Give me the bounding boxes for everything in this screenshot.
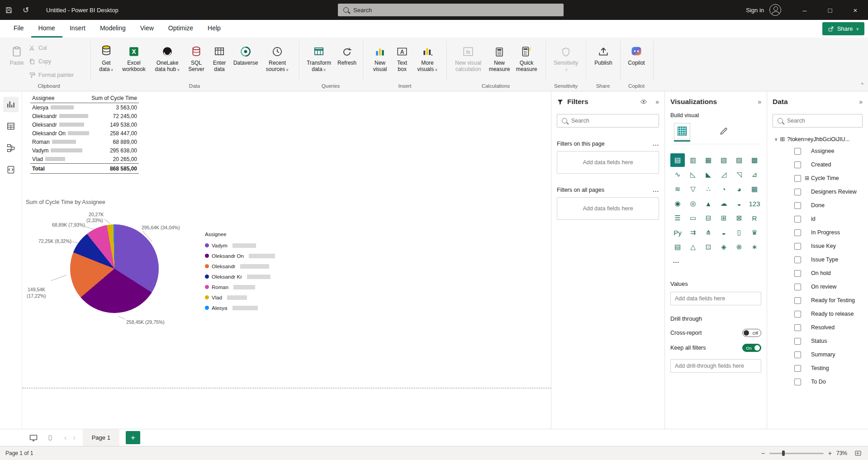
custom-visual-1[interactable]: ◈ [716,240,731,254]
table-row[interactable]: Vadym 295 638,00 [30,146,139,155]
field-checkbox[interactable] [794,202,801,209]
eye-icon[interactable] [640,98,647,105]
field-row[interactable]: Ready for Testing [773,294,863,307]
pie-chart[interactable]: ◔ [716,182,731,196]
field-row[interactable]: Done [773,199,863,212]
drill-through-field-well[interactable]: Add drill-through fields here [670,359,761,373]
field-row[interactable]: To Do [773,375,863,389]
dataset-tree-root[interactable]: ∨ ⊞ ?token=eyJhbGciOiJIU... [773,136,863,142]
pie-chart-visual[interactable]: Sum of Cycle Time by Assignee 20,27K (2,… [25,198,287,393]
table-row[interactable]: Oleksandr 149 538,00 [30,120,139,129]
r-script-visual[interactable]: R [747,211,762,225]
field-checkbox[interactable] [794,338,801,345]
table-row[interactable]: Oleksandr On 258 447,00 [30,129,139,138]
fit-to-page-icon[interactable] [854,450,862,457]
azure-map[interactable]: ☁ [716,197,731,210]
power-apps[interactable]: △ [686,240,700,254]
more-visuals-button[interactable]: More visuals∨ [415,41,440,73]
more-options-icon[interactable]: ... [653,140,659,147]
waterfall-chart[interactable]: ≋ [670,182,685,196]
table-row[interactable]: Vlad 20 265,00 [30,155,139,163]
custom-visual-3[interactable]: ∗ [747,240,762,254]
field-row[interactable]: Status [773,334,863,348]
multi-row-card[interactable]: ☰ [670,211,685,225]
dax-query-view-button[interactable] [3,162,19,177]
menu-item[interactable]: Home [31,20,62,38]
report-canvas[interactable]: Assignee Sum of Cycle Time Alesya 3 563,… [22,91,551,429]
slicer[interactable]: ⊟ [701,211,716,225]
legend-item[interactable]: Roman [205,282,275,292]
field-checkbox[interactable] [794,161,801,168]
field-row[interactable]: Issue Type [773,253,863,266]
format-visual-mode-button[interactable] [716,123,732,139]
close-button[interactable]: × [843,0,868,20]
collapse-pane-icon[interactable]: » [859,98,863,105]
publish-button[interactable]: Publish [592,41,615,66]
100-stacked-bar-chart[interactable]: ▨ [732,153,746,167]
clustered-bar-chart[interactable]: ▦ [701,153,716,167]
collapse-pane-icon[interactable]: » [758,98,761,105]
field-checkbox[interactable] [794,270,801,277]
clustered-column-chart[interactable]: ▧ [716,153,731,167]
python-visual[interactable]: Py [670,226,685,239]
metrics[interactable]: ♛ [747,226,762,239]
menu-item[interactable]: Help [200,20,228,38]
sign-in-button[interactable]: Sign in [746,7,764,14]
new-page-button[interactable]: + [126,431,140,444]
field-row[interactable]: id [773,212,863,226]
maximize-button[interactable]: □ [817,0,843,20]
donut-chart[interactable]: ◕ [732,182,746,196]
onelake-data-hub-button[interactable]: OneLake data hub∨ [150,41,185,73]
enter-data-button[interactable]: Enter data [209,41,230,72]
field-checkbox[interactable] [794,175,801,182]
cross-report-toggle[interactable]: Off [742,329,761,337]
quick-measure-button[interactable]: Quick measure [514,41,539,72]
new-measure-button[interactable]: New measure [486,41,512,72]
treemap[interactable]: ▦ [747,182,762,196]
smart-narrative[interactable]: ▯ [732,226,746,239]
pie-chart[interactable] [70,224,159,313]
filled-map[interactable]: ◎ [686,197,700,210]
collapse-pane-icon[interactable]: » [655,98,659,105]
refresh-button[interactable]: Refresh [335,41,359,66]
zoom-out-button[interactable]: − [761,450,765,457]
mobile-layout-button[interactable] [47,435,53,441]
gauge[interactable]: ◒ [732,197,746,210]
menu-item[interactable]: View [133,20,161,38]
report-view-button[interactable] [3,97,19,112]
field-row[interactable]: ⊞ Cycle Time [773,171,863,185]
more-options-icon[interactable]: ... [653,186,659,193]
values-field-well[interactable]: Add data fields here [670,292,761,305]
collapse-ribbon-button[interactable]: ^ [861,82,863,87]
menu-item[interactable]: Optimize [161,20,200,38]
map[interactable]: ◉ [670,197,685,210]
legend-item[interactable]: Oleksandr Kr [205,271,275,282]
table-row[interactable]: Alesya 3 563,00 [30,103,139,112]
undo-button[interactable]: ↺ [17,0,34,20]
shape-map[interactable]: ▲ [701,197,716,210]
field-checkbox[interactable] [794,311,801,318]
filter-field-well[interactable]: Add data fields here [557,197,659,220]
menu-item[interactable]: File [6,20,31,38]
field-row[interactable]: Ready to release [773,307,863,321]
recent-sources-button[interactable]: Recent sources∨ [265,41,290,73]
card[interactable]: 123 [747,197,762,210]
model-view-button[interactable] [3,140,19,156]
legend-item[interactable]: Oleksandr On [205,251,275,261]
zoom-slider-handle[interactable] [782,451,785,456]
legend-item[interactable]: Vadym [205,240,275,251]
field-checkbox[interactable] [794,351,801,358]
field-row[interactable]: Issue Key [773,239,863,253]
stacked-column-chart[interactable]: ▥ [686,153,700,167]
keep-all-filters-toggle[interactable]: On [742,344,761,352]
power-automate[interactable]: ⊡ [701,240,716,254]
field-row[interactable]: Resolved [773,321,863,334]
field-checkbox[interactable] [794,284,801,290]
share-button[interactable]: Share ∨ [822,22,864,35]
line-chart[interactable]: ∿ [670,168,685,181]
page-tab[interactable]: Page 1 [83,429,119,446]
zoom-in-button[interactable]: + [828,450,832,457]
field-checkbox[interactable] [794,324,801,331]
ribbon-chart[interactable]: ⊿ [747,168,762,181]
more-visual-options[interactable]: ... [670,257,761,264]
